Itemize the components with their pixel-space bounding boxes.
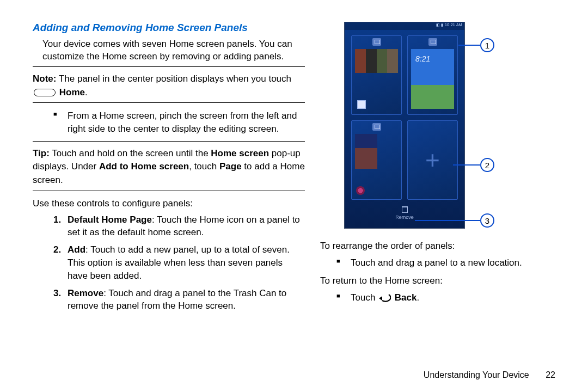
- tip-bold3: Page: [219, 161, 242, 171]
- return-touch: Touch: [351, 292, 375, 303]
- home-icon[interactable]: [428, 38, 437, 46]
- footer-page-number: 22: [546, 370, 555, 379]
- rule-above-note: [33, 66, 305, 67]
- status-bar: ◧ ▮ 10:21 AM: [345, 22, 464, 30]
- control-item-2: 2. Add: Touch to add a new panel, up to …: [53, 243, 305, 282]
- tip-block: Tip: Touch and hold on the screen until …: [33, 147, 305, 187]
- tip-part3: , touch: [189, 161, 219, 171]
- remove-label: Remove: [395, 215, 414, 220]
- home-button-icon: [34, 89, 56, 96]
- pinch-bullet-list: From a Home screen, pinch the screen fro…: [33, 109, 305, 136]
- home-icon[interactable]: [372, 123, 381, 131]
- back-icon: [377, 293, 391, 307]
- return-back-label: Back: [395, 292, 417, 303]
- panel-2[interactable]: [407, 35, 458, 115]
- trash-icon: [402, 206, 408, 213]
- callout-3-number: 3: [480, 213, 494, 228]
- note-prefix: Note:: [33, 74, 56, 84]
- callout-2-number: 2: [480, 158, 494, 172]
- add-panel[interactable]: +: [407, 120, 458, 200]
- note-home-label: Home: [59, 87, 85, 97]
- panel-3[interactable]: [351, 120, 402, 200]
- remove-bar[interactable]: Remove: [345, 204, 464, 220]
- section-intro: Your device comes with seven Home screen…: [33, 38, 305, 63]
- rearrange-heading: To rearrange the order of panels:: [320, 240, 560, 253]
- callout-1-number: 1: [480, 38, 494, 52]
- section-title: Adding and Removing Home Screen Panels: [33, 22, 305, 34]
- control-2-lead: Add: [68, 244, 85, 255]
- control-3-num: 3.: [53, 287, 61, 300]
- tip-prefix: Tip:: [33, 148, 50, 158]
- rearrange-list: Touch and drag a panel to a new location…: [320, 256, 560, 270]
- note-text-after: .: [85, 87, 88, 97]
- return-heading: To return to the Home screen:: [320, 274, 560, 288]
- tip-part1: Touch and hold on the screen until the: [52, 148, 211, 158]
- control-1-lead: Default Home Page: [68, 215, 152, 225]
- controls-intro: Use these controls to configure panels:: [33, 198, 305, 210]
- note-block: Note: The panel in the center position d…: [33, 72, 305, 99]
- tip-bold2: Add to Home screen: [99, 161, 189, 171]
- panel-grid: +: [345, 30, 464, 204]
- return-period: .: [416, 292, 419, 303]
- page-footer: Understanding Your Device 22: [424, 370, 555, 380]
- status-time: ◧ ▮ 10:21 AM: [436, 23, 462, 27]
- control-2-num: 2.: [53, 243, 61, 256]
- control-1-num: 1.: [53, 213, 61, 226]
- return-bullet: Touch Back.: [336, 291, 560, 307]
- rule-above-tip: [33, 141, 305, 142]
- device-screenshot: ◧ ▮ 10:21 AM +: [344, 22, 465, 229]
- plus-icon: +: [425, 148, 440, 173]
- footer-chapter: Understanding Your Device: [424, 370, 529, 379]
- rearrange-bullet: Touch and drag a panel to a new location…: [336, 256, 560, 270]
- return-list: Touch Back.: [320, 291, 560, 307]
- control-2-text: : Touch to add a new panel, up to a tota…: [68, 244, 290, 281]
- rule-below-note: [33, 102, 305, 103]
- control-item-3: 3. Remove: Touch and drag a panel to the…: [53, 287, 305, 313]
- control-item-1: 1. Default Home Page: Touch the Home ico…: [53, 213, 305, 240]
- panel-1[interactable]: [351, 35, 402, 115]
- home-icon[interactable]: [372, 38, 381, 46]
- tip-bold1: Home screen: [211, 148, 269, 158]
- controls-list: 1. Default Home Page: Touch the Home ico…: [33, 213, 305, 313]
- pinch-bullet: From a Home screen, pinch the screen fro…: [53, 109, 305, 136]
- rule-below-tip: [33, 191, 305, 191]
- note-text-before: The panel in the center position display…: [59, 74, 291, 84]
- control-3-lead: Remove: [68, 288, 103, 298]
